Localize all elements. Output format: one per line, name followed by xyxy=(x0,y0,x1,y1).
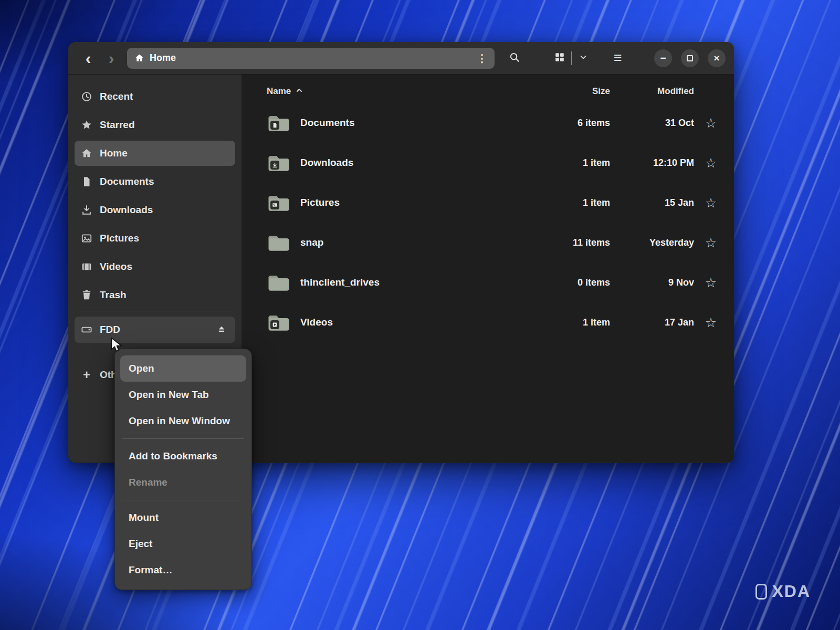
minimize-button[interactable]: − xyxy=(654,49,672,67)
back-icon: ‹ xyxy=(86,49,91,68)
menu-item-mount[interactable]: Mount xyxy=(120,505,246,531)
file-name: Documents xyxy=(297,117,537,129)
file-size: 11 items xyxy=(537,237,610,248)
xda-watermark: XDA xyxy=(755,582,811,601)
file-size: 6 items xyxy=(537,118,610,129)
folder-icon xyxy=(267,272,291,292)
file-size: 1 item xyxy=(537,158,610,169)
sidebar-item-label: Trash xyxy=(100,289,127,301)
sort-ascending-icon xyxy=(296,86,303,97)
sidebar-item-videos[interactable]: Videos xyxy=(75,254,235,279)
star-toggle[interactable]: ☆ xyxy=(694,275,728,290)
menu-separator xyxy=(122,500,244,500)
sidebar-item-recent[interactable]: Recent xyxy=(75,84,235,109)
column-header-size[interactable]: Size xyxy=(537,86,610,97)
file-modified: 17 Jan xyxy=(610,317,694,328)
file-modified: Yesterday xyxy=(610,237,694,248)
sidebar-item-label: Home xyxy=(100,148,128,159)
star-toggle[interactable]: ☆ xyxy=(694,315,728,330)
file-row-snap[interactable]: snap 11 items Yesterday ☆ xyxy=(255,223,728,262)
grid-view-icon xyxy=(554,51,565,65)
home-icon xyxy=(81,148,92,159)
hamburger-icon: ≡ xyxy=(614,50,622,66)
star-toggle[interactable]: ☆ xyxy=(694,155,728,171)
file-name: Downloads xyxy=(297,157,537,169)
close-icon: × xyxy=(713,52,719,64)
file-modified: 9 Nov xyxy=(610,277,694,288)
sidebar-item-pictures[interactable]: Pictures xyxy=(75,226,235,251)
maximize-button[interactable] xyxy=(681,49,699,67)
chevron-down-icon xyxy=(579,52,588,64)
sidebar-item-fdd-drive[interactable]: FDD xyxy=(75,317,235,343)
file-row-downloads[interactable]: Downloads 1 item 12:10 PM ☆ xyxy=(255,143,728,183)
downloads-icon xyxy=(81,204,92,216)
sidebar-item-home[interactable]: Home xyxy=(75,141,235,166)
desktop-wallpaper: ‹ › Home ⋮ xyxy=(0,0,840,630)
back-button[interactable]: ‹ xyxy=(77,47,100,70)
starred-icon xyxy=(81,119,92,131)
main-menu-button[interactable]: ≡ xyxy=(606,47,629,70)
column-header-name-label: Name xyxy=(267,86,291,97)
column-headers: Name Size Modified xyxy=(255,80,728,103)
context-menu: Open Open in New Tab Open in New Window … xyxy=(114,349,252,590)
file-name: snap xyxy=(297,237,537,248)
path-menu-button[interactable]: ⋮ xyxy=(477,52,487,65)
folder-icon xyxy=(267,233,291,253)
sidebar-item-label: Pictures xyxy=(100,233,139,244)
downloads-emblem-icon xyxy=(270,161,279,170)
close-button[interactable]: × xyxy=(708,49,726,67)
eject-button[interactable] xyxy=(214,322,229,337)
column-header-modified[interactable]: Modified xyxy=(610,86,694,97)
sidebar-item-label: Recent xyxy=(100,91,133,102)
star-toggle[interactable]: ☆ xyxy=(694,116,728,131)
minimize-icon: − xyxy=(660,52,666,64)
path-label: Home xyxy=(150,52,176,64)
headerbar: ‹ › Home ⋮ xyxy=(68,42,734,75)
forward-icon: › xyxy=(109,49,114,68)
menu-item-add-to-bookmarks[interactable]: Add to Bookmarks xyxy=(120,443,246,469)
menu-item-eject[interactable]: Eject xyxy=(120,531,246,557)
path-bar[interactable]: Home ⋮ xyxy=(127,48,495,69)
search-button[interactable] xyxy=(503,47,526,70)
videos-icon xyxy=(81,261,92,272)
sidebar-item-downloads[interactable]: Downloads xyxy=(75,197,235,223)
file-row-documents[interactable]: Documents 6 items 31 Oct ☆ xyxy=(255,103,728,143)
column-header-name[interactable]: Name xyxy=(267,86,537,97)
grid-view-button[interactable] xyxy=(550,48,569,69)
menu-item-open-in-new-tab[interactable]: Open in New Tab xyxy=(120,382,246,408)
xda-logo-icon xyxy=(755,584,767,600)
menu-item-rename: Rename xyxy=(120,469,246,496)
menu-item-open[interactable]: Open xyxy=(120,355,246,382)
file-size: 0 items xyxy=(537,277,610,288)
star-toggle[interactable]: ☆ xyxy=(694,235,728,250)
file-name: Videos xyxy=(297,317,537,328)
view-toggle-group xyxy=(550,48,593,69)
window-controls: − × xyxy=(654,49,726,67)
file-row-videos[interactable]: Videos 1 item 17 Jan ☆ xyxy=(255,302,728,342)
sidebar-item-trash[interactable]: Trash xyxy=(75,282,235,308)
folder-icon xyxy=(267,312,291,332)
folder-icon xyxy=(267,193,291,213)
trash-icon xyxy=(81,289,92,301)
file-size: 1 item xyxy=(537,317,610,328)
pictures-icon xyxy=(81,233,92,244)
recent-icon xyxy=(81,91,92,102)
file-name: thinclient_drives xyxy=(297,277,537,288)
menu-separator xyxy=(122,438,244,439)
forward-button[interactable]: › xyxy=(100,47,123,70)
documents-icon xyxy=(81,176,92,187)
home-icon xyxy=(134,53,144,63)
file-modified: 15 Jan xyxy=(610,197,694,208)
view-options-button[interactable] xyxy=(574,48,593,69)
menu-item-open-in-new-window[interactable]: Open in New Window xyxy=(120,408,246,434)
menu-item-format[interactable]: Format… xyxy=(120,557,246,583)
eject-icon xyxy=(217,324,226,335)
sidebar-item-documents[interactable]: Documents xyxy=(75,169,235,194)
star-toggle[interactable]: ☆ xyxy=(694,195,728,211)
file-modified: 12:10 PM xyxy=(610,158,694,169)
sidebar-item-label: Videos xyxy=(100,261,132,272)
file-row-thinclient-drives[interactable]: thinclient_drives 0 items 9 Nov ☆ xyxy=(255,262,728,302)
maximize-icon xyxy=(687,55,693,61)
sidebar-item-starred[interactable]: Starred xyxy=(75,112,235,138)
file-row-pictures[interactable]: Pictures 1 item 15 Jan ☆ xyxy=(255,183,728,223)
